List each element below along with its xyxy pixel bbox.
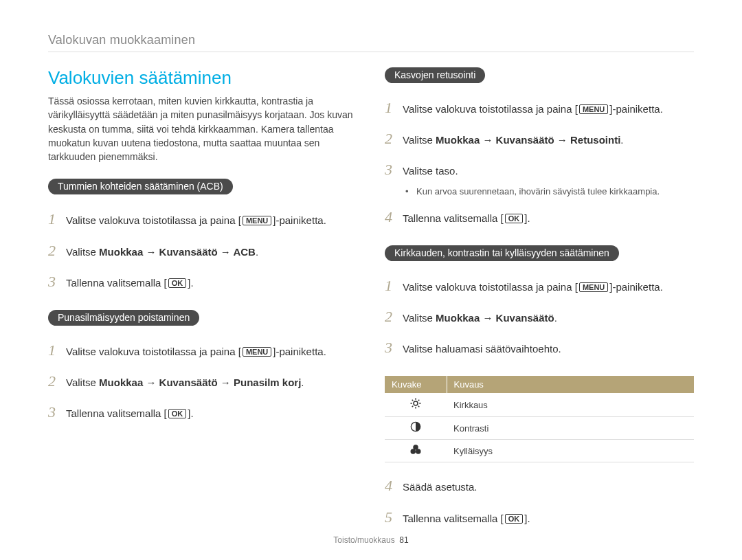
step-3: 3 Valitse haluamasi säätövaihtoehto.	[385, 335, 694, 359]
step-number: 2	[48, 369, 66, 393]
svg-point-0	[414, 401, 418, 405]
step-text: Valitse haluamasi säätövaihtoehto.	[403, 341, 561, 357]
step-number: 1	[48, 207, 66, 231]
step-number: 5	[385, 505, 403, 529]
svg-line-7	[412, 406, 414, 407]
svg-point-12	[416, 449, 421, 455]
ok-chip: OK	[505, 514, 524, 524]
step-number: 1	[385, 273, 403, 298]
menu-chip: MENU	[579, 104, 608, 114]
step-number: 3	[385, 157, 403, 181]
step-text: Valitse valokuva toistotilassa ja paina …	[403, 101, 663, 117]
section-heading: Valokuvien säätäminen	[48, 67, 357, 89]
page-footer: Toisto/muokkaus 81	[0, 535, 742, 545]
table-cell: Kylläisyys	[447, 440, 694, 462]
step-2: 2 Valitse Muokkaa → Kuvansäätö → Punasil…	[48, 369, 357, 393]
step-number: 2	[385, 126, 403, 150]
intro-text: Tässä osiossa kerrotaan, miten kuvien ki…	[48, 94, 357, 164]
step-text: Valitse valokuva toistotilassa ja paina …	[403, 279, 663, 295]
step-2: 2 Valitse Muokkaa → Kuvansäätö → Retusoi…	[385, 126, 694, 150]
step-1: 1 Valitse valokuva toistotilassa ja pain…	[385, 96, 694, 120]
pill-redeye: Punasilmäisyyden poistaminen	[48, 310, 199, 326]
step-3: 3 Tallenna valitsemalla [OK].	[48, 400, 357, 424]
step-text: Tallenna valitsemalla [OK].	[66, 275, 194, 291]
footer-label: Toisto/muokkaus	[333, 535, 394, 545]
step-text: Valitse Muokkaa → Kuvansäätö → Retusoint…	[403, 132, 623, 148]
step-text: Säädä asetusta.	[403, 479, 477, 495]
svg-point-11	[411, 449, 416, 455]
page: Valokuvan muokkaaminen Valokuvien säätäm…	[0, 0, 742, 560]
table-cell: Kontrasti	[447, 417, 694, 440]
step-text: Tallenna valitsemalla [OK].	[403, 210, 530, 227]
pill-brightness-contrast: Kirkkauden, kontrastin tai kylläisyyden …	[385, 245, 619, 261]
adjustment-table: Kuvake Kuvaus	[385, 376, 694, 462]
step-2: 2 Valitse Muokkaa → Kuvansäätö → ACB.	[48, 238, 357, 262]
step-3: 3 Valitse taso.	[385, 157, 694, 181]
menu-chip: MENU	[579, 282, 608, 292]
step-1: 1 Valitse valokuva toistotilassa ja pain…	[48, 338, 357, 362]
menu-chip: MENU	[243, 347, 271, 357]
steps-retouch: 1 Valitse valokuva toistotilassa ja pain…	[385, 96, 694, 229]
steps-brightness-contrast-2: 4 Säädä asetusta. 5 Tallenna valitsemall…	[385, 473, 694, 528]
step-number: 3	[48, 400, 66, 424]
ok-chip: OK	[168, 409, 187, 418]
step-4: 4 Säädä asetusta.	[385, 473, 694, 497]
ok-chip: OK	[168, 278, 187, 288]
bullet-icon: •	[405, 186, 416, 197]
content-columns: Valokuvien säätäminen Tässä osiossa kerr…	[48, 67, 694, 546]
step-text: Tallenna valitsemalla [OK].	[403, 511, 530, 527]
step-text: Valitse Muokkaa → Kuvansäätö.	[403, 310, 557, 326]
brightness-icon	[385, 393, 447, 417]
pill-acb: Tummien kohteiden säätäminen (ACB)	[48, 179, 233, 194]
step-number: 1	[385, 96, 403, 120]
step-text: Valitse taso.	[403, 163, 458, 179]
step-number: 1	[48, 338, 66, 362]
table-header-icon: Kuvake	[385, 376, 447, 393]
step-1: 1 Valitse valokuva toistotilassa ja pain…	[48, 207, 357, 231]
saturation-icon	[385, 440, 447, 462]
steps-brightness-contrast: 1 Valitse valokuva toistotilassa ja pain…	[385, 273, 694, 360]
steps-redeye: 1 Valitse valokuva toistotilassa ja pain…	[48, 338, 357, 425]
step-text: Valitse valokuva toistotilassa ja paina …	[66, 344, 326, 360]
table-row: Kirkkaus	[385, 393, 694, 417]
svg-line-8	[418, 400, 420, 401]
step-1: 1 Valitse valokuva toistotilassa ja pain…	[385, 273, 694, 298]
steps-acb: 1 Valitse valokuva toistotilassa ja pain…	[48, 207, 357, 293]
svg-line-6	[418, 406, 420, 407]
left-column: Valokuvien säätäminen Tässä osiossa kerr…	[48, 67, 357, 546]
step-text: Valitse Muokkaa → Kuvansäätö → Punasilm …	[66, 374, 304, 391]
step-number: 2	[385, 304, 403, 328]
sub-note: • Kun arvoa suurennetaan, ihovärin sävyi…	[405, 186, 694, 197]
step-number: 3	[48, 269, 66, 293]
step-text: Valitse valokuva toistotilassa ja paina …	[66, 212, 326, 229]
step-number: 4	[385, 205, 403, 229]
step-number: 3	[385, 335, 403, 359]
contrast-icon	[385, 417, 447, 440]
table-header-desc: Kuvaus	[447, 376, 694, 393]
pill-retouch: Kasvojen retusointi	[385, 67, 485, 83]
right-column: Kasvojen retusointi 1 Valitse valokuva t…	[385, 67, 694, 546]
table-row: Kontrasti	[385, 417, 694, 440]
page-number: 81	[399, 535, 408, 545]
menu-chip: MENU	[243, 216, 271, 225]
ok-chip: OK	[505, 214, 524, 223]
step-text: Tallenna valitsemalla [OK].	[66, 405, 194, 422]
step-3: 3 Tallenna valitsemalla [OK].	[48, 269, 357, 293]
step-5: 5 Tallenna valitsemalla [OK].	[385, 505, 694, 529]
step-number: 4	[385, 473, 403, 497]
breadcrumb: Valokuvan muokkaaminen	[48, 33, 694, 52]
table-row: Kylläisyys	[385, 440, 694, 462]
svg-line-5	[412, 400, 414, 401]
step-text: Valitse Muokkaa → Kuvansäätö → ACB.	[66, 244, 258, 260]
step-4: 4 Tallenna valitsemalla [OK].	[385, 205, 694, 229]
step-number: 2	[48, 238, 66, 262]
table-cell: Kirkkaus	[447, 393, 694, 417]
step-2: 2 Valitse Muokkaa → Kuvansäätö.	[385, 304, 694, 328]
